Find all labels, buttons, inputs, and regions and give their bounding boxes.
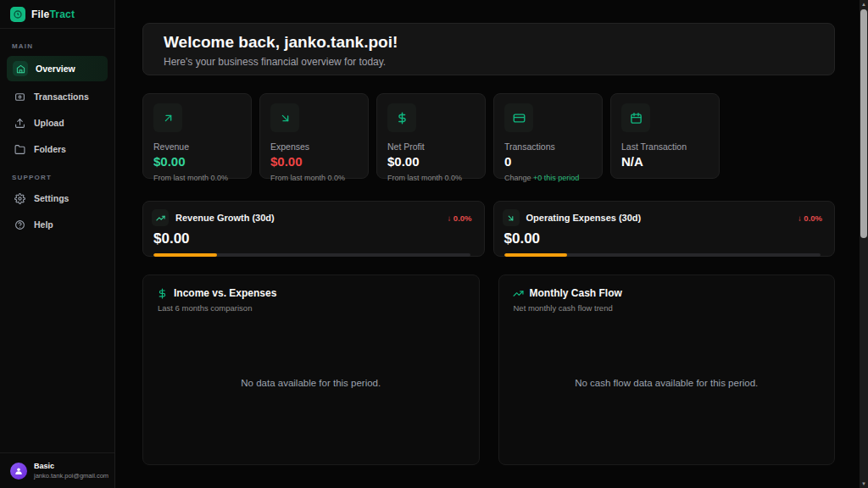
empty-state-text: No cash flow data available for this per… <box>513 313 821 452</box>
credit-card-icon <box>504 103 533 132</box>
stat-subtext: From last month 0.0% <box>153 174 241 182</box>
help-circle-icon <box>13 218 26 231</box>
scrollbar-thumb[interactable] <box>860 9 867 238</box>
chart-subtitle: Net monthly cash flow trend <box>514 303 821 313</box>
nav-section-main: MAIN <box>12 42 103 50</box>
sidebar-item-label: Upload <box>34 118 64 128</box>
stat-card-transactions: Transactions 0 Change +0 this period <box>493 93 603 179</box>
stat-subtext: Change +0 this period <box>504 174 592 182</box>
charts-row: Income vs. Expenses Last 6 months compar… <box>142 274 835 465</box>
arrow-down-right-icon <box>503 209 520 226</box>
stat-label: Transactions <box>504 141 592 152</box>
stat-value: $0.00 <box>387 154 475 169</box>
main-content: Welcome back, janko.tank.poi! Here's you… <box>115 0 860 488</box>
empty-state-text: No data available for this period. <box>157 313 465 452</box>
user-profile[interactable]: Basic janko.tank.poi@gmail.com <box>0 452 114 488</box>
card-value: $0.00 <box>504 230 823 247</box>
progress-fill <box>153 253 217 257</box>
gear-icon <box>13 191 26 205</box>
brand-name: FileTract <box>31 8 75 20</box>
banknote-icon <box>13 90 26 103</box>
stat-label: Last Transaction <box>621 141 709 152</box>
stat-subtext: From last month 0.0% <box>270 174 358 182</box>
stat-value: $0.00 <box>153 154 241 169</box>
sidebar-item-label: Help <box>34 219 53 230</box>
dollar-icon <box>387 103 416 132</box>
folder-icon <box>13 142 26 156</box>
stat-card-last-transaction: Last Transaction N/A <box>610 93 720 179</box>
sidebar-item-overview[interactable]: Overview <box>7 56 108 81</box>
upload-icon <box>13 116 26 130</box>
arrow-up-right-icon <box>153 103 182 132</box>
progress-bar <box>153 253 470 257</box>
sidebar-item-label: Transactions <box>34 92 89 102</box>
delta-badge: ↓ 0.0% <box>798 214 822 223</box>
card-title: Operating Expenses (30d) <box>526 213 642 223</box>
chart-title: Monthly Cash Flow <box>530 287 622 299</box>
sidebar-nav: MAIN Overview Transactions Upload Folder… <box>0 29 114 240</box>
stat-value: 0 <box>504 154 592 169</box>
stat-card-expenses: Expenses $0.00 From last month 0.0% <box>259 93 369 179</box>
page-subtitle: Here's your business financial overview … <box>164 56 814 68</box>
sidebar-item-transactions[interactable]: Transactions <box>7 86 108 108</box>
nav-section-support: SUPPORT <box>12 174 103 181</box>
calendar-icon <box>621 103 650 132</box>
dollar-icon <box>157 288 168 299</box>
progress-fill <box>504 253 568 257</box>
monthly-cash-flow-chart: Monthly Cash Flow Net monthly cash flow … <box>498 274 836 465</box>
home-icon <box>13 61 28 76</box>
stat-card-net-profit: Net Profit $0.00 From last month 0.0% <box>376 93 486 179</box>
operating-expenses-card: Operating Expenses (30d) ↓ 0.0% $0.00 <box>493 201 836 257</box>
stat-label: Net Profit <box>387 141 475 152</box>
stat-card-revenue: Revenue $0.00 From last month 0.0% <box>142 93 252 179</box>
chart-subtitle: Last 6 months comparison <box>158 303 465 313</box>
sidebar-item-label: Overview <box>36 64 75 74</box>
progress-row: Revenue Growth (30d) ↓ 0.0% $0.00 Operat… <box>142 201 835 257</box>
stat-subtext: From last month 0.0% <box>387 174 475 182</box>
sidebar: FileTract MAIN Overview Transactions Upl… <box>0 0 115 488</box>
welcome-card: Welcome back, janko.tank.poi! Here's you… <box>142 23 835 75</box>
stat-label: Expenses <box>270 141 358 152</box>
scroll-down-icon[interactable]: ▼ <box>860 480 868 488</box>
revenue-growth-card: Revenue Growth (30d) ↓ 0.0% $0.00 <box>142 201 485 257</box>
stat-label: Revenue <box>153 141 241 152</box>
card-value: $0.00 <box>153 230 472 247</box>
trending-up-icon <box>152 209 169 226</box>
progress-bar <box>504 253 821 257</box>
app-logo[interactable]: FileTract <box>0 0 114 29</box>
card-title: Revenue Growth (30d) <box>175 213 275 223</box>
sidebar-item-help[interactable]: Help <box>7 214 108 236</box>
chart-title: Income vs. Expenses <box>174 287 276 299</box>
sidebar-item-label: Settings <box>34 193 69 203</box>
stat-value: N/A <box>621 154 709 169</box>
sidebar-item-upload[interactable]: Upload <box>7 112 108 134</box>
user-info: Basic janko.tank.poi@gmail.com <box>34 462 108 480</box>
user-email: janko.tank.poi@gmail.com <box>34 472 108 480</box>
brand-icon <box>10 7 25 22</box>
sidebar-item-folders[interactable]: Folders <box>7 138 108 160</box>
arrow-down-right-icon <box>270 103 299 132</box>
scroll-up-icon[interactable]: ▲ <box>860 0 868 8</box>
page-title: Welcome back, janko.tank.poi! <box>164 33 814 52</box>
sidebar-item-settings[interactable]: Settings <box>7 187 108 209</box>
stats-row: Revenue $0.00 From last month 0.0% Expen… <box>142 93 835 179</box>
income-vs-expenses-chart: Income vs. Expenses Last 6 months compar… <box>142 274 480 465</box>
user-plan: Basic <box>34 462 108 470</box>
sidebar-item-label: Folders <box>34 144 66 154</box>
stat-value: $0.00 <box>270 154 358 169</box>
trending-up-icon <box>513 288 524 299</box>
delta-badge: ↓ 0.0% <box>447 214 471 223</box>
avatar <box>10 463 27 480</box>
vertical-scrollbar[interactable]: ▲ ▼ <box>860 0 868 488</box>
